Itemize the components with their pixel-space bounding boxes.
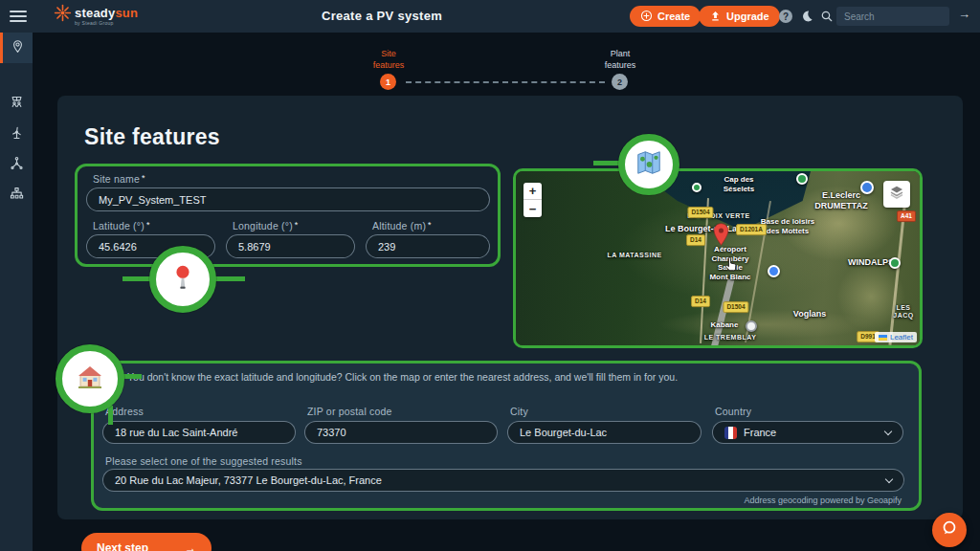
brand-name: steadysun xyxy=(75,6,138,20)
map-label: D14 xyxy=(691,296,710,307)
step-plant-features-label: Plant features xyxy=(582,48,658,71)
map-labels: Cap des SéseletsE.Leclerc DRUMETTAZLA CR… xyxy=(516,171,920,345)
hand-cursor-icon xyxy=(723,255,741,277)
suggested-result-select[interactable]: 20 Rue du Lac Majeur, 73377 Le Bourget-d… xyxy=(102,469,904,492)
map-callout xyxy=(618,134,679,195)
sidebar-item-wind[interactable] xyxy=(0,119,33,149)
map-label: Base de loisirs des Mottets xyxy=(761,217,814,235)
map-label: D1504 xyxy=(723,301,748,313)
map-label: Voglans xyxy=(793,309,826,320)
map-marker-green[interactable] xyxy=(796,173,808,185)
plus-circle-icon xyxy=(640,10,653,24)
map-marker-medical[interactable] xyxy=(768,265,780,277)
zoom-in-button[interactable]: + xyxy=(523,183,542,200)
latitude-label: Latitude (°)* xyxy=(93,220,150,231)
map-label: Le Bourget-du-Lac xyxy=(665,224,742,234)
city-input[interactable] xyxy=(507,421,702,444)
sidebar-item-pv-systems[interactable] xyxy=(0,88,33,119)
suggestion-label: Please select one of the suggested resul… xyxy=(105,455,302,467)
section-heading: Site features xyxy=(84,124,220,150)
city-label: City xyxy=(510,406,528,417)
site-name-input[interactable] xyxy=(86,187,490,211)
sidebar-item-hybrid[interactable] xyxy=(0,149,33,180)
map-zoom-control: + − xyxy=(523,183,542,217)
france-flag-icon xyxy=(724,427,737,439)
map-container[interactable]: Cap des SéseletsE.Leclerc DRUMETTAZLA CR… xyxy=(513,168,923,348)
site-name-label: Site name* xyxy=(93,173,145,185)
search-box xyxy=(836,7,949,26)
map-label: WINDALPS xyxy=(848,257,894,268)
create-button[interactable]: Create xyxy=(630,6,701,27)
page-title: Create a PV system xyxy=(322,9,442,23)
chevron-down-icon xyxy=(885,474,893,482)
search-input[interactable] xyxy=(836,8,949,27)
map-marker-green[interactable] xyxy=(692,183,702,192)
sun-logo-icon xyxy=(54,4,72,26)
pv-systems-icon xyxy=(10,95,24,113)
altitude-label: Altitude (m)* xyxy=(372,220,432,231)
sidebar-item-sites[interactable] xyxy=(0,33,33,63)
next-arrow-icon: → xyxy=(185,541,196,551)
map-callout-icon xyxy=(635,148,663,181)
house-callout-icon xyxy=(75,362,105,396)
help-icon[interactable]: ? xyxy=(777,8,794,25)
location-pin-icon xyxy=(11,39,25,57)
zip-label: ZIP or postal code xyxy=(307,406,392,417)
sidebar-nav xyxy=(0,33,33,551)
map-label: Kabane xyxy=(711,320,739,330)
map-label: D1201A xyxy=(736,224,767,235)
map-attribution[interactable]: Leaflet xyxy=(875,332,917,342)
map-label: D1504 xyxy=(687,207,713,218)
brand-logo[interactable]: steadysun by Steadi Group xyxy=(54,4,138,26)
layers-button[interactable] xyxy=(883,181,910,208)
map-label: LA MATASSINE xyxy=(607,252,661,259)
geocoding-attribution: Address geocoding powered by Geoapify xyxy=(660,496,902,505)
map-marker-green[interactable] xyxy=(889,257,901,269)
altitude-input[interactable] xyxy=(366,234,490,258)
sidebar-item-portfolio[interactable] xyxy=(0,180,33,210)
red-pin-icon[interactable] xyxy=(713,223,729,250)
search-icon[interactable] xyxy=(818,8,835,25)
map-label: LE TREMBLAY xyxy=(704,334,757,342)
map-label: Cap des Séselets xyxy=(724,175,754,193)
map-marker-poi[interactable] xyxy=(746,320,757,332)
step-2-circle[interactable]: 2 xyxy=(612,74,628,90)
pin-callout xyxy=(149,246,216,313)
brand-tagline: by Steadi Group xyxy=(75,21,138,26)
wind-turbine-icon xyxy=(10,125,24,143)
country-label: Country xyxy=(715,406,751,417)
layers-icon xyxy=(888,184,905,205)
upgrade-button[interactable]: Upgrade xyxy=(699,6,780,27)
longitude-input[interactable] xyxy=(226,234,355,258)
menu-icon[interactable] xyxy=(10,9,27,24)
map-label: A41 xyxy=(897,210,916,222)
chat-icon xyxy=(940,518,959,541)
leaflet-flag-icon xyxy=(879,335,887,341)
map-marker-store[interactable] xyxy=(860,181,874,194)
map-label: LES JACQ xyxy=(893,304,913,320)
zip-input[interactable] xyxy=(304,421,498,444)
pin-callout-icon xyxy=(168,263,197,296)
dark-mode-icon[interactable] xyxy=(798,8,815,25)
zoom-out-button[interactable]: − xyxy=(523,200,542,217)
step-1-circle[interactable]: 1 xyxy=(380,74,396,90)
chat-button[interactable] xyxy=(932,513,967,547)
house-callout xyxy=(56,344,124,413)
longitude-label: Longitude (°)* xyxy=(233,220,299,231)
next-step-button[interactable]: Next step→ xyxy=(81,533,212,551)
submit-arrow-icon[interactable]: → xyxy=(958,7,970,21)
hybrid-plant-icon xyxy=(10,156,24,174)
upgrade-icon xyxy=(709,10,722,24)
country-select[interactable]: France xyxy=(712,421,903,444)
chevron-down-icon xyxy=(884,427,892,434)
address-input[interactable] xyxy=(102,421,296,444)
portfolio-icon xyxy=(10,187,24,205)
stepper-connector xyxy=(406,81,605,83)
top-bar: steadysun by Steadi Group Create a PV sy… xyxy=(0,0,980,33)
map-label: D14 xyxy=(686,234,705,246)
step-site-features-label: Site features xyxy=(350,48,427,71)
address-hint-text: You don't know the exact latitude and lo… xyxy=(127,371,893,383)
app-window: steadysun by Steadi Group Create a PV sy… xyxy=(0,0,980,551)
